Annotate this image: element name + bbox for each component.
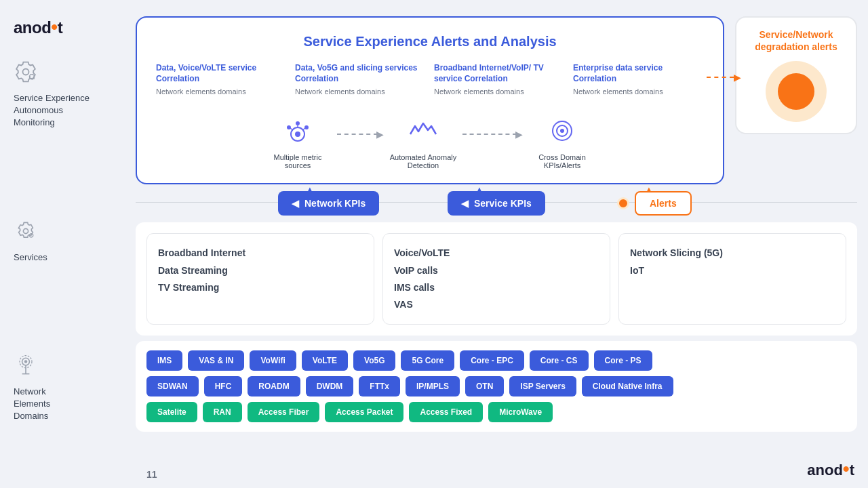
- ne-row-1: IMS VAS & IN VoWifi VoLTE Vo5G 5G Core C…: [146, 350, 846, 371]
- service-item-2: Voice/VoLTE VoIP calls IMS calls VAS: [394, 245, 599, 313]
- service-item: Broadband Internet Data Streaming TV Str…: [158, 245, 363, 296]
- kpi-btn-arrow-left2: ◀: [461, 198, 469, 209]
- sidebar: anod•t Service Experience Autonomous Mon…: [0, 0, 136, 488]
- ne-grid: IMS VAS & IN VoWifi VoLTE Vo5G 5G Core C…: [146, 350, 846, 422]
- corr-title-3: Broadband Internet/VoIP/ TV service Corr…: [434, 63, 565, 84]
- page-number: 11: [146, 469, 157, 480]
- ne-tag-vowifi: VoWifi: [250, 350, 296, 371]
- correlation-item-1: Data, Voice/VoLTE service Correlation Ne…: [156, 63, 287, 96]
- flow-item-1: Multiple metric sources: [264, 113, 332, 169]
- main-content: Service Experience Alerts and Analysis D…: [136, 0, 868, 488]
- svg-point-19: [560, 129, 564, 133]
- ne-tag-cloud-native: Cloud Native Infra: [582, 376, 673, 396]
- gear-icon: [14, 60, 122, 87]
- sidebar-item-service-experience: Service Experience Autonomous Monitoring: [14, 60, 122, 129]
- ne-tag-isp-servers: ISP Servers: [509, 376, 576, 396]
- metric-sources-icon: [279, 113, 316, 149]
- flow-label-1: Multiple metric sources: [264, 153, 332, 169]
- ne-tag-ran: RAN: [203, 402, 242, 422]
- services-section: Broadband Internet Data Streaming TV Str…: [136, 222, 857, 336]
- cross-domain-icon: [544, 113, 580, 149]
- svg-point-8: [24, 360, 28, 363]
- sidebar-item-services: Services: [14, 219, 122, 264]
- ne-tag-sdwan: SDWAN: [146, 376, 199, 396]
- sidebar-label-service-experience: Service Experience Autonomous Monitoring: [14, 92, 122, 129]
- ne-tag-access-fixed: Access Fixed: [409, 402, 483, 422]
- network-section: IMS VAS & IN VoWifi VoLTE Vo5G 5G Core C…: [136, 341, 857, 432]
- ne-row-2: SDWAN HFC ROADM DWDM FTTx IP/MPLS OTN IS…: [146, 376, 846, 396]
- top-section: Service Experience Alerts and Analysis D…: [136, 16, 857, 184]
- ne-tag-access-fiber: Access Fiber: [248, 402, 320, 422]
- service-kpis-label: Service KPIs: [474, 198, 532, 209]
- correlation-item-3: Broadband Internet/VoIP/ TV service Corr…: [434, 63, 565, 96]
- ne-tag-volte: VoLTE: [302, 350, 348, 371]
- service-box-2: Voice/VoLTE VoIP calls IMS calls VAS: [382, 233, 610, 325]
- flow-label-3: Cross Domain KPIs/Alerts: [528, 153, 596, 169]
- alert-connector: ▶: [707, 72, 741, 83]
- svg-point-10: [295, 131, 300, 137]
- ne-tag-otn: OTN: [465, 376, 504, 396]
- svg-point-11: [296, 121, 300, 125]
- corr-subtitle-3: Network elements domains: [434, 87, 565, 96]
- service-item-3: Network Slicing (5G) IoT: [630, 245, 835, 279]
- sidebar-item-network-elements: Network Elements Domains: [14, 353, 122, 423]
- corr-title-4: Enterprise data service Correlation: [573, 63, 704, 84]
- corr-title-1: Data, Voice/VoLTE service Correlation: [156, 63, 287, 84]
- flow-label-2: Automated Anomaly Detection: [389, 153, 457, 169]
- ne-row-3: Satelite RAN Access Fiber Access Packet …: [146, 402, 846, 422]
- corr-subtitle-2: Network elements domains: [295, 87, 426, 96]
- flow-item-3: Cross Domain KPIs/Alerts: [528, 113, 596, 169]
- svg-point-12: [287, 125, 291, 129]
- ne-tag-core-ps: Core - PS: [594, 350, 652, 371]
- corr-subtitle-4: Network elements domains: [573, 87, 704, 96]
- metric-flow: Multiple metric sources ▶: [156, 113, 704, 169]
- ne-tag-5gcore: 5G Core: [401, 350, 454, 371]
- network-kpis-button[interactable]: ◀ Network KPIs: [278, 191, 379, 216]
- correlation-item-2: Data, Vo5G and slicing services Correlat…: [295, 63, 426, 96]
- ne-tag-ipmpls: IP/MPLS: [406, 376, 460, 396]
- gear-small-icon: [14, 219, 122, 246]
- service-kpis-button[interactable]: ◀ Service KPIs: [448, 191, 545, 216]
- bottom-logo: anod•t: [807, 458, 854, 480]
- ne-tag-vo5g: Vo5G: [353, 350, 395, 371]
- analysis-title: Service Experience Alerts and Analysis: [156, 34, 704, 49]
- ne-tag-hfc: HFC: [204, 376, 243, 396]
- alert-title: Service/Network degradation alerts: [747, 28, 845, 53]
- ne-tag-roadm: ROADM: [248, 376, 300, 396]
- alert-box: Service/Network degradation alerts ▶: [735, 16, 857, 134]
- alerts-button[interactable]: Alerts: [635, 191, 692, 216]
- flow-item-2: Automated Anomaly Detection: [389, 113, 457, 169]
- ne-tag-satelite: Satelite: [146, 402, 197, 422]
- ne-tag-microwave: MicroWave: [488, 402, 553, 422]
- flow-arrow-2: ▶: [462, 129, 523, 140]
- correlation-grid: Data, Voice/VoLTE service Correlation Ne…: [156, 63, 704, 96]
- flow-arrow-1: ▶: [337, 129, 384, 140]
- ne-tag-ims: IMS: [146, 350, 182, 371]
- alert-circle-outer: [766, 61, 827, 122]
- alert-circle-inner: [778, 73, 814, 110]
- ne-tag-core-epc: Core - EPC: [460, 350, 524, 371]
- alerts-label: Alerts: [650, 198, 677, 209]
- ne-tag-access-packet: Access Packet: [325, 402, 403, 422]
- svg-point-13: [304, 125, 309, 129]
- ne-tag-fttx: FTTx: [359, 376, 400, 396]
- ne-tag-core-cs: Core - CS: [530, 350, 589, 371]
- analysis-card: Service Experience Alerts and Analysis D…: [136, 16, 724, 184]
- logo-text: anod•t: [14, 16, 62, 38]
- services-grid: Broadband Internet Data Streaming TV Str…: [146, 233, 846, 325]
- svg-point-2: [23, 228, 28, 233]
- ne-tag-dwdm: DWDM: [306, 376, 354, 396]
- antenna-icon: [14, 353, 122, 380]
- ne-tag-vas-in: VAS & IN: [188, 350, 244, 371]
- network-kpis-label: Network KPIs: [304, 198, 366, 209]
- sidebar-label-services: Services: [14, 251, 122, 264]
- corr-subtitle-1: Network elements domains: [156, 87, 287, 96]
- kpi-row: ▲ ▲ ▲ ◀ Network KPIs ◀ Service KPIs: [136, 184, 857, 220]
- svg-point-0: [23, 69, 29, 75]
- corr-title-2: Data, Vo5G and slicing services Correlat…: [295, 63, 426, 84]
- kpi-btn-arrow-left: ◀: [292, 198, 299, 209]
- sidebar-label-network-elements: Network Elements Domains: [14, 386, 122, 423]
- logo-top: anod•t: [14, 16, 122, 38]
- service-box-3: Network Slicing (5G) IoT: [618, 233, 846, 325]
- alerts-indicator-dot: [617, 197, 629, 209]
